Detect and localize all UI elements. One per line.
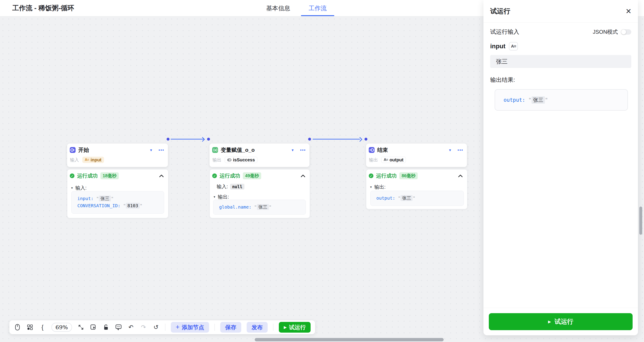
workflow-editor: 开始 ▼ ••• 输入 A≡ input ✓ 运行成功 18毫秒 <box>0 0 644 342</box>
port-end-in[interactable] <box>364 138 368 140</box>
node-variable-run-result: ✓ 运行成功 49毫秒 输入: null ▼ 输出: global.name: … <box>210 169 310 218</box>
run-duration-badge: 18毫秒 <box>100 172 119 179</box>
unlock-icon[interactable] <box>102 324 110 331</box>
fit-view-icon[interactable] <box>77 324 84 331</box>
redo-icon[interactable]: ↷ <box>140 324 147 331</box>
toolbar-divider <box>214 324 215 331</box>
code-value: 张三 <box>400 195 412 201</box>
string-type-icon: A≡ <box>85 158 89 162</box>
success-check-icon: ✓ <box>212 174 217 178</box>
run-status-text: 运行成功 <box>220 172 240 179</box>
code-key: output: <box>504 97 525 103</box>
collapse-chevron-icon[interactable] <box>159 174 164 177</box>
node-start[interactable]: 开始 ▼ ••• 输入 A≡ input <box>67 144 168 167</box>
zoom-level[interactable]: 69% <box>52 323 72 332</box>
section-expand-icon[interactable]: ▼ <box>370 186 372 189</box>
section-expand-icon[interactable]: ▼ <box>213 195 216 198</box>
edge-arrow-icon <box>358 137 362 142</box>
test-input-label: 试运行输入 <box>490 28 519 36</box>
run-duration-badge: 49毫秒 <box>243 172 261 179</box>
node-io-row: 输入 A≡ input <box>67 154 168 163</box>
port-variable-in[interactable] <box>207 138 210 140</box>
node-more-icon[interactable]: ••• <box>458 148 463 152</box>
code-key: CONVERSATION_ID: <box>77 203 120 208</box>
node-io-row: 输出 isSuccess <box>210 154 310 163</box>
node-end[interactable]: 结束 ▼ ••• 输出 A≡ output <box>366 144 467 167</box>
undo-icon[interactable]: ↶ <box>128 324 134 331</box>
param-badge-input: A≡ input <box>82 157 104 163</box>
close-icon[interactable]: × <box>626 6 631 16</box>
publish-button[interactable]: 发布 <box>247 322 268 332</box>
code-value: 8103 <box>126 203 140 208</box>
interaction-mode-icon[interactable] <box>90 324 97 331</box>
node-collapse-caret-icon[interactable]: ▼ <box>291 148 294 152</box>
collapse-chevron-icon[interactable] <box>458 174 463 177</box>
node-more-icon[interactable]: ••• <box>158 148 164 152</box>
plus-icon: + <box>176 323 180 331</box>
horizontal-scrollbar[interactable] <box>255 338 444 341</box>
boolean-type-icon <box>227 158 232 162</box>
vertical-scrollbar[interactable] <box>639 206 642 235</box>
variable-node-icon: [x] <box>212 147 218 153</box>
test-run-button[interactable]: ▶ 试运行 <box>279 322 310 332</box>
edge-start-to-variable[interactable] <box>170 139 204 140</box>
panel-header: 试运行 × <box>484 0 638 22</box>
layout-grid-icon[interactable] <box>26 324 34 331</box>
panel-title: 试运行 <box>490 7 510 16</box>
run-duration-badge: 86毫秒 <box>399 172 418 179</box>
field-name: input <box>490 43 505 50</box>
comment-icon[interactable] <box>115 324 122 331</box>
active-tab-underline <box>301 15 334 16</box>
tab-bar: 基本信息 工作流 <box>266 0 327 16</box>
history-icon[interactable]: ↺ <box>152 324 160 331</box>
string-type-icon: A≡ <box>509 42 518 50</box>
success-check-icon: ✓ <box>369 174 374 178</box>
collapse-chevron-icon[interactable] <box>301 174 305 177</box>
io-label: 输入 <box>70 157 79 163</box>
tab-basic-info[interactable]: 基本信息 <box>266 0 290 16</box>
toolbar-divider <box>165 324 166 331</box>
start-node-icon <box>70 147 76 153</box>
panel-body: 试运行输入 JSON模式 input A≡ 输出结果: output: "张三" <box>484 22 638 111</box>
play-icon: ▶ <box>548 320 551 324</box>
code-key: global.name: <box>219 204 252 210</box>
input-value-field[interactable] <box>490 55 631 68</box>
play-icon: ▶ <box>284 325 287 330</box>
run-output-code-box: output: "张三" <box>370 191 464 206</box>
string-type-icon: A≡ <box>384 158 388 162</box>
port-start-out[interactable] <box>166 138 170 140</box>
run-input-code-box: input: "张三" CONVERSATION_ID: "8103" <box>71 191 164 214</box>
node-title: 变量赋值_o_o <box>221 146 255 154</box>
save-button[interactable]: 保存 <box>220 322 241 332</box>
json-mode-label: JSON模式 <box>593 28 618 36</box>
node-io-row: 输出 A≡ output <box>366 154 467 163</box>
run-status-row: ✓ 运行成功 18毫秒 <box>67 170 168 179</box>
output-result-label: 输出结果: <box>490 76 631 84</box>
node-variable-assign[interactable]: [x] 变量赋值_o_o ▼ ••• 输出 isSuccess <box>210 144 310 167</box>
node-title: 结束 <box>377 146 388 154</box>
canvas-toolbar: { 69% ↶ ↷ ↺ + 添加节点 保存 发布 ▶ 试运行 <box>10 320 315 334</box>
tab-workflow[interactable]: 工作流 <box>308 0 327 16</box>
io-label: 输出 <box>369 157 378 163</box>
node-more-icon[interactable]: ••• <box>300 148 306 152</box>
node-collapse-caret-icon[interactable]: ▼ <box>149 148 153 152</box>
edge-variable-to-end[interactable] <box>312 139 360 140</box>
mouse-mode-icon[interactable] <box>14 324 21 331</box>
null-value-chip: null <box>230 184 244 190</box>
json-mode-toggle[interactable] <box>621 29 631 35</box>
toolbar-divider <box>273 324 274 331</box>
section-expand-icon[interactable]: ▼ <box>71 186 73 190</box>
code-value: 张三 <box>532 96 545 104</box>
edge-arrow-icon <box>200 137 205 142</box>
test-run-panel: 试运行 × 试运行输入 JSON模式 input A≡ 输出结果: output… <box>484 0 638 335</box>
run-output-code-box: global.name: "张三" <box>213 200 306 214</box>
port-variable-out[interactable] <box>308 138 311 140</box>
add-node-button[interactable]: + 添加节点 <box>171 322 209 332</box>
run-status-text: 运行成功 <box>376 172 397 179</box>
output-result-box: output: "张三" <box>495 89 628 111</box>
panel-test-run-button[interactable]: ▶ 试运行 <box>489 313 632 330</box>
run-status-row: ✓ 运行成功 86毫秒 <box>366 170 467 179</box>
auto-layout-icon[interactable]: { <box>39 324 46 331</box>
code-value: 张三 <box>257 204 269 210</box>
node-collapse-caret-icon[interactable]: ▼ <box>448 148 452 152</box>
